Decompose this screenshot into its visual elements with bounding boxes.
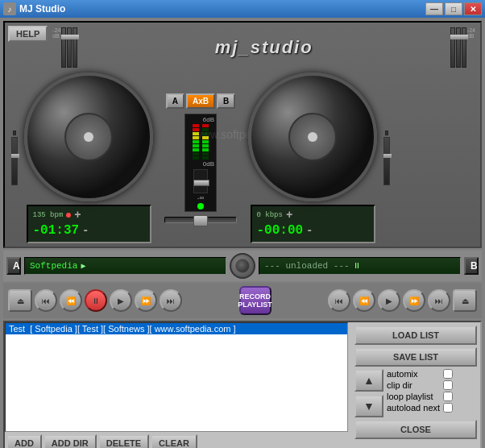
- playlist-item-0[interactable]: Test [ Softpedia ][ Test ][ Softnews ][ …: [6, 323, 347, 334]
- nav-up-button[interactable]: ▲: [354, 369, 383, 392]
- right-turntable-center: [308, 132, 317, 142]
- playlist-list[interactable]: Test [ Softpedia ][ Test ][ Softnews ][ …: [5, 322, 348, 432]
- fader-2[interactable]: [67, 27, 72, 68]
- minimize-button[interactable]: —: [425, 2, 443, 15]
- right-next-button[interactable]: ⏭: [428, 289, 450, 312]
- vu-peak-led: [197, 203, 204, 209]
- left-prev-button[interactable]: ⏮: [35, 289, 57, 312]
- vu-right-channel: [201, 124, 209, 160]
- left-minus[interactable]: -: [82, 224, 89, 237]
- record-playlist-button[interactable]: RECORD PLAYLIST: [239, 286, 272, 315]
- left-rewind-button[interactable]: ⏪: [60, 289, 82, 312]
- left-stop-button[interactable]: ⏸: [85, 289, 107, 312]
- left-plus[interactable]: +: [74, 209, 81, 222]
- automix-row: automix: [387, 369, 453, 379]
- right-prev-button[interactable]: ⏮: [328, 289, 350, 312]
- fader-1[interactable]: [61, 27, 66, 68]
- fader-6[interactable]: [462, 27, 466, 68]
- fader-4[interactable]: [450, 27, 455, 68]
- vu-seg-off-1: [193, 152, 199, 156]
- fader-5[interactable]: [456, 27, 461, 68]
- left-vu-label: -24dB: [52, 27, 60, 39]
- channel-fader-handle[interactable]: [193, 180, 209, 186]
- nav-down-button[interactable]: ▼: [354, 395, 383, 417]
- playlist-buttons: ADD ADD DIR DELETE CLEAR: [5, 432, 348, 448]
- crossfader[interactable]: [164, 217, 237, 223]
- loop-playlist-label: loop playlist: [387, 392, 433, 401]
- left-transport-group: ⏏ ⏮ ⏪ ⏸ ▶ ⏩ ⏭: [8, 289, 182, 312]
- vinyl-button[interactable]: [230, 253, 255, 279]
- deck-b-play-indicator: ⏸: [353, 261, 361, 271]
- left-fastfwd-button[interactable]: ⏩: [135, 289, 157, 312]
- window-close-button[interactable]: ✕: [464, 2, 482, 15]
- track-section: A Softpedia ▶ --- unloaded --- ⏸ B: [3, 251, 482, 281]
- right-fastfwd-button[interactable]: ⏩: [403, 289, 425, 312]
- vu-bars-area: [187, 124, 214, 160]
- left-turntable[interactable]: [24, 73, 153, 201]
- app-icon: ♪: [3, 2, 16, 15]
- deck-b-track-display: --- unloaded --- ⏸: [259, 257, 461, 275]
- playlist-item-details: [ Softpedia ][ Test ][ Softnews ][ www.s…: [30, 324, 235, 334]
- loop-playlist-checkbox[interactable]: [443, 392, 453, 401]
- right-eq-fader[interactable]: [383, 137, 390, 185]
- dj-header: HELP -24dB mj_studio: [8, 26, 477, 69]
- playlist-area: Test [ Softpedia ][ Test ][ Softnews ][ …: [5, 322, 348, 448]
- left-time-row: -01:37 -: [33, 223, 145, 238]
- clear-button[interactable]: CLEAR: [151, 434, 197, 448]
- source-a-button[interactable]: A: [166, 93, 184, 109]
- channel-fader[interactable]: [193, 169, 208, 193]
- right-plus[interactable]: +: [286, 209, 292, 222]
- center-vu-group: 6dB: [184, 114, 217, 212]
- vu-seg-red-1: [193, 124, 199, 127]
- deck-a-track-name: Softpedia: [30, 261, 77, 271]
- vu-seg-r-off-4: [202, 156, 209, 160]
- right-eject-button[interactable]: ⏏: [453, 289, 477, 312]
- right-time-row: -00:00 -: [257, 223, 369, 238]
- right-turntable[interactable]: [248, 73, 377, 201]
- right-time-display: -00:00: [257, 223, 304, 238]
- right-rewind-button[interactable]: ⏪: [353, 289, 375, 312]
- left-next-button[interactable]: ⏭: [160, 289, 182, 312]
- left-play-button[interactable]: ▶: [110, 289, 132, 312]
- main-container: www.softpedia.com HELP -24dB: [0, 18, 485, 448]
- source-b-button[interactable]: B: [217, 93, 235, 109]
- deck-a-label: A: [6, 257, 21, 275]
- help-button[interactable]: HELP: [8, 26, 48, 42]
- vu-seg-green-2: [193, 144, 199, 147]
- vinyl-button-inner: [235, 259, 250, 273]
- add-dir-button[interactable]: ADD DIR: [44, 434, 97, 448]
- left-eq: [8, 131, 21, 185]
- deck-b-track-name: --- unloaded ---: [264, 261, 350, 271]
- right-transport-group: ⏮ ⏪ ▶ ⏩ ⏭ ⏏: [328, 289, 477, 312]
- right-eq: [380, 131, 393, 185]
- close-button[interactable]: CLOSE: [354, 420, 477, 439]
- center-vu-meter: 6dB: [184, 114, 217, 212]
- app-logo: mj_studio: [215, 37, 313, 58]
- autoload-next-checkbox[interactable]: [443, 403, 453, 413]
- vu-db-mid: 0dB: [187, 160, 214, 168]
- vu-seg-green-3: [193, 148, 199, 151]
- left-eject-button[interactable]: ⏏: [8, 289, 32, 312]
- add-button[interactable]: ADD: [6, 434, 42, 448]
- left-turntable-inner: [64, 113, 113, 161]
- left-turntable-area: 135 bpm + -01:37 -: [24, 73, 153, 243]
- fader-3[interactable]: [73, 27, 77, 68]
- delete-button[interactable]: DELETE: [98, 434, 149, 448]
- vu-seg-r-off-3: [202, 152, 209, 156]
- clip-dir-checkbox[interactable]: [443, 380, 453, 390]
- maximize-button[interactable]: □: [445, 2, 462, 15]
- source-axb-button[interactable]: AxB: [186, 93, 215, 109]
- nav-arrows: ▲ ▼: [354, 369, 383, 417]
- automix-checkbox[interactable]: [443, 369, 453, 379]
- crossfader-handle[interactable]: [193, 215, 208, 226]
- save-list-button[interactable]: SAVE LIST: [354, 347, 477, 367]
- left-eq-fader-1[interactable]: [11, 137, 18, 185]
- right-top-vu: -24dB: [449, 26, 477, 69]
- vu-db-bot: -∞: [187, 194, 214, 201]
- right-play-button[interactable]: ▶: [378, 289, 400, 312]
- vu-seg-r-green-1: [202, 140, 209, 143]
- left-display-panel: 135 bpm + -01:37 -: [27, 205, 151, 243]
- load-list-button[interactable]: LOAD LIST: [354, 326, 477, 345]
- dj-main-area: 135 bpm + -01:37 - A AxB B: [8, 73, 477, 243]
- right-minus[interactable]: -: [306, 224, 313, 237]
